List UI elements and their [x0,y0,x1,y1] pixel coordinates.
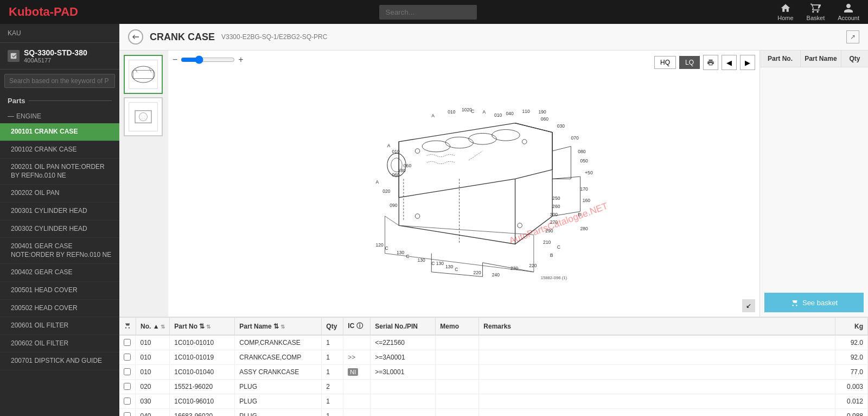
sidebar-item-200202[interactable]: 200202 OIL PAN [0,185,119,203]
row-checkbox[interactable] [124,354,131,361]
thumb-2-image [127,100,159,133]
row-partno: 1C010-01019 [170,350,235,365]
sidebar-item-200502[interactable]: 200502 HEAD COVER [0,300,119,318]
viewer-area: − + HQ LQ ◀ ▶ [119,51,868,317]
svg-text:C: C [406,254,409,259]
table-row: 0101C010-01019CRANKCASE,COMP1>>>=3A00019… [119,350,868,365]
table-body: 0101C010-01010COMP,CRANKCASE1<=2Z156092.… [119,335,868,416]
basket-button[interactable]: Basket [807,3,825,21]
row-checkbox[interactable] [124,412,131,416]
svg-text:220: 220 [473,270,481,275]
zoom-in-button[interactable]: + [238,55,243,65]
svg-text:250: 250 [552,196,560,201]
row-checkbox-cell [119,365,136,379]
top-search-input[interactable] [379,5,477,20]
sidebar-item-200501[interactable]: 200501 HEAD COVER [0,282,119,300]
sidebar-item-200402[interactable]: 200402 GEAR CASE [0,264,119,282]
svg-text:220: 220 [529,263,537,268]
account-label: Account [838,15,859,21]
row-serial: >=3A0001 [371,350,436,365]
th-ic: IC ⓘ [343,318,371,335]
svg-text:C: C [385,245,388,251]
row-no: 020 [136,380,170,394]
row-qty: 1 [322,335,343,350]
row-checkbox-cell [119,409,136,416]
print-button[interactable] [703,55,718,70]
engine-header[interactable]: — ENGINE [0,109,119,123]
sidebar-item-200302[interactable]: 200302 CYLINDER HEAD [0,220,119,238]
row-remarks [479,350,835,365]
lq-button[interactable]: LQ [679,56,700,69]
row-kg: 77.0 [835,365,868,380]
svg-text:15882-096 (1): 15882-096 (1) [540,275,567,280]
basket-label: Basket [807,15,825,21]
expand-button[interactable]: ↗ [846,30,859,43]
svg-text:060: 060 [392,172,400,178]
svg-text:170: 170 [580,186,588,192]
row-kg: 92.0 [835,350,868,365]
row-memo [436,365,479,380]
row-checkbox[interactable] [124,398,131,405]
svg-text:210: 210 [543,239,551,245]
next-arrow[interactable]: ▶ [740,55,755,70]
th-partname[interactable]: Part Name ⇅ [235,318,322,335]
svg-text:C: C [557,244,560,250]
sidebar-search-input[interactable] [4,74,115,88]
row-partname: PLUG [235,394,322,409]
th-no[interactable]: No. ▲ [136,318,170,335]
sidebar-item-200602[interactable]: 200602 OIL FILTER [0,335,119,353]
row-checkbox[interactable] [124,368,131,375]
row-checkbox[interactable] [124,339,131,346]
row-partname: ASSY CRANKCASE [235,365,322,380]
home-icon [780,3,791,14]
th-kg: Kg [835,318,868,335]
svg-text:110: 110 [522,109,530,114]
svg-point-14 [415,214,420,219]
back-icon [131,33,140,41]
svg-text:1020: 1020 [462,107,472,112]
see-basket-button[interactable]: See basket [764,293,864,312]
sidebar-item-200701[interactable]: 200701 DIPSTICK AND GUIDE [0,352,119,370]
th-partno[interactable]: Part No ⇅ [170,318,235,335]
fullscreen-button[interactable]: ↙ [742,299,755,312]
back-button[interactable] [128,29,143,45]
svg-rect-5 [129,103,158,131]
diagram-svg: 060 030 070 080 190 110 040 010 A C 1020… [283,86,646,281]
row-no: 040 [136,409,170,417]
home-label: Home [777,15,793,21]
parts-table: No. ▲ Part No ⇅ Part Name ⇅ Qty IC ⓘ Ser… [119,318,868,416]
prev-arrow[interactable]: ◀ [722,55,737,70]
svg-text:+50: +50 [585,170,593,175]
svg-point-9 [445,137,473,148]
sidebar-item-200401[interactable]: 200401 GEAR CASE NOTE:ORDER BY REFNo.010… [0,238,119,264]
zoom-slider[interactable] [181,55,235,64]
row-ic [343,380,371,394]
hq-button[interactable]: HQ [654,56,676,69]
svg-text:010: 010 [448,109,456,115]
rp-partname-header: Part Name [801,51,841,67]
svg-text:130: 130 [397,250,405,255]
model-icon-row: SQ-3300-STD-380 400A5177 [8,48,112,64]
svg-text:C: C [455,267,458,272]
row-partname: PLUG [235,409,322,417]
row-checkbox[interactable] [124,383,131,390]
svg-text:080: 080 [578,149,586,154]
thumbnail-2[interactable] [124,97,163,136]
sidebar-item-200102[interactable]: 200102 CRANK CASE [0,141,119,159]
main-layout: KAU SQ-3300-STD-380 400A5177 Parts — ENG… [0,24,868,416]
table-row: 02015521-96020PLUG20.003 [119,380,868,394]
diagram-toolbar: − + [173,55,244,65]
row-remarks [479,365,835,380]
svg-point-13 [522,140,527,144]
thumbnail-1[interactable] [124,55,163,94]
row-no: 030 [136,394,170,409]
account-button[interactable]: Account [838,3,859,21]
svg-text:010: 010 [392,149,400,154]
sidebar-item-200201[interactable]: 200201 OIL PAN NOTE:ORDER BY REFNo.010 N… [0,159,119,185]
sidebar-item-200101[interactable]: 200101 CRANK CASE [0,123,119,141]
zoom-out-button[interactable]: − [173,55,177,65]
sidebar-item-200301[interactable]: 200301 CYLINDER HEAD [0,203,119,220]
nav-list: 200101 CRANK CASE200102 CRANK CASE200201… [0,123,119,416]
sidebar-item-200601[interactable]: 200601 OIL FILTER [0,317,119,335]
home-button[interactable]: Home [777,3,793,21]
